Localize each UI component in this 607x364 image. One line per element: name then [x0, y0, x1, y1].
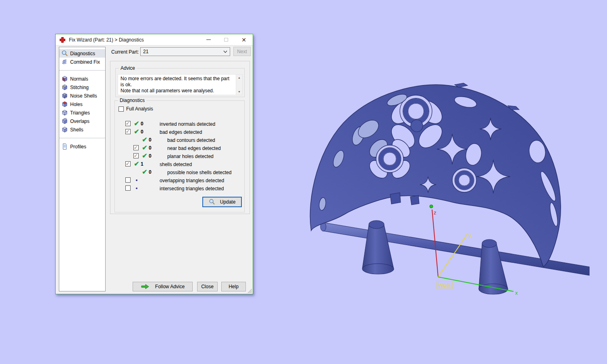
app-cross-icon — [59, 37, 66, 43]
diagnostics-group-label: Diagnostics — [118, 98, 146, 103]
sidebar-item-label: Triangles — [70, 110, 90, 116]
current-part-combobox[interactable]: 21 — [140, 47, 230, 56]
diagnostic-row: ✔ 0 possible noise shells detected — [115, 168, 244, 177]
sidebar-separator — [59, 138, 105, 138]
model-cone-foot-2 — [479, 239, 508, 294]
magnifier-icon — [61, 50, 68, 57]
chevron-down-icon — [223, 50, 227, 53]
sidebar-item-label: Diagnostics — [70, 51, 95, 56]
wcs-label: WCS — [439, 282, 451, 288]
row-checkbox[interactable] — [125, 177, 131, 183]
check-icon: ✔ — [141, 168, 149, 176]
minimize-button[interactable] — [200, 34, 217, 46]
follow-advice-button[interactable]: Follow Advice — [133, 282, 193, 291]
check-icon: ✔ — [133, 120, 141, 127]
axis-y-label: y — [469, 232, 472, 238]
maximize-icon — [224, 38, 228, 42]
minimize-icon — [206, 40, 211, 40]
dot-icon: ● — [133, 185, 141, 192]
check-icon: ✔ — [141, 136, 149, 144]
stitching-cube-icon — [61, 84, 68, 91]
advice-group-label: Advice — [119, 65, 137, 71]
sidebar-item-overlaps[interactable]: Overlaps — [59, 117, 105, 125]
row-checkbox[interactable] — [133, 153, 139, 158]
sidebar-item-combined-fix[interactable]: Combined Fix — [59, 58, 105, 66]
update-button[interactable]: Update — [202, 197, 242, 207]
dot-icon: ● — [133, 177, 141, 184]
diagnostic-row: ✔ 0 inverted normals detected — [115, 120, 244, 128]
axis-x-label: x — [515, 290, 518, 296]
sidebar-item-diagnostics[interactable]: Diagnostics — [59, 49, 105, 58]
profiles-document-icon — [61, 143, 68, 150]
close-button[interactable]: ✕ — [235, 34, 253, 46]
diagnostic-row: ✔ 0 near bad edges detected — [115, 144, 244, 152]
sidebar-item-label: Combined Fix — [70, 59, 100, 65]
sidebar-item-noise-shells[interactable]: Noise Shells — [59, 92, 105, 100]
sidebar-item-shells[interactable]: Shells — [59, 125, 105, 134]
diagnostic-row: ● intersecting triangles detected — [115, 185, 244, 193]
sidebar-item-label: Profiles — [70, 144, 86, 150]
close-icon: ✕ — [241, 37, 246, 43]
normals-cube-icon — [61, 75, 68, 82]
sidebar-item-label: Overlaps — [70, 119, 89, 124]
check-icon: ✔ — [141, 152, 149, 160]
check-icon: ✔ — [141, 144, 149, 152]
advice-scrollbar[interactable]: ▲ ▼ — [236, 75, 242, 95]
triangles-cube-icon — [61, 109, 68, 116]
diagnostic-row: ✔ 0 bad contours detected — [115, 136, 244, 144]
advice-textarea[interactable]: No more errors are detected. It seems th… — [118, 74, 243, 95]
check-icon: ✔ — [133, 160, 141, 168]
sidebar: Diagnostics Combined Fix Normals — [59, 47, 106, 291]
help-button[interactable]: Help — [221, 282, 246, 291]
update-label: Update — [220, 199, 236, 205]
next-button[interactable]: Next — [233, 47, 251, 56]
sidebar-item-profiles[interactable]: Profiles — [59, 142, 105, 151]
current-part-label: Current Part: — [111, 49, 139, 55]
follow-advice-label: Follow Advice — [155, 284, 185, 289]
close-dialog-button[interactable]: Close — [197, 282, 218, 291]
scroll-down-icon[interactable]: ▼ — [236, 89, 242, 95]
row-checkbox[interactable] — [125, 161, 131, 166]
sidebar-item-label: Holes — [70, 102, 83, 107]
sidebar-separator — [59, 70, 105, 71]
noise-shells-cube-icon — [61, 92, 68, 99]
advice-text: No more errors are detected. It seems th… — [118, 75, 236, 95]
green-arrow-icon — [141, 284, 150, 289]
sidebar-item-label: Shells — [70, 127, 83, 133]
full-analysis-label: Full Analysis — [126, 106, 153, 112]
sidebar-item-label: Stitching — [70, 85, 89, 90]
overlaps-cube-icon — [61, 118, 68, 125]
sidebar-item-triangles[interactable]: Triangles — [59, 108, 105, 117]
sidebar-item-label: Normals — [70, 76, 88, 82]
diagnostics-group: Diagnostics Full Analysis ✔ 0 inverted n… — [114, 100, 245, 212]
current-part-value: 21 — [143, 49, 223, 54]
full-analysis-checkbox[interactable] — [118, 106, 124, 112]
titlebar[interactable]: Fix Wizard (Part: 21) > Diagnostics ✕ — [56, 34, 253, 46]
diagnostic-row: ✔ 0 bad edges detected — [115, 128, 244, 136]
window-title: Fix Wizard (Part: 21) > Diagnostics — [69, 37, 200, 43]
axis-z-label: z — [434, 210, 437, 216]
combined-fix-icon — [61, 58, 68, 65]
row-checkbox[interactable] — [125, 129, 131, 134]
shells-cube-icon — [61, 126, 68, 133]
resize-grip[interactable] — [247, 288, 252, 293]
diagnostic-row: ● overlapping triangles detected — [115, 177, 244, 185]
diagnostics-rows: ✔ 0 inverted normals detected ✔ 0 bad ed… — [115, 120, 244, 193]
maximize-button[interactable] — [217, 34, 235, 46]
origin-point — [430, 205, 433, 208]
sidebar-item-holes[interactable]: Holes — [59, 100, 105, 108]
check-icon: ✔ — [133, 128, 141, 135]
sidebar-item-normals[interactable]: Normals — [59, 75, 105, 83]
scroll-up-icon[interactable]: ▲ — [236, 75, 242, 81]
row-checkbox[interactable] — [133, 145, 139, 150]
3d-model-viewport[interactable]: z y x WCS — [307, 81, 597, 300]
advice-group: Advice No more errors are detected. It s… — [115, 68, 245, 97]
diagnostic-row: ✔ 0 planar holes detected — [115, 152, 244, 160]
sidebar-item-stitching[interactable]: Stitching — [59, 83, 105, 92]
row-checkbox[interactable] — [125, 121, 131, 126]
row-checkbox[interactable] — [125, 185, 131, 191]
update-magnifier-icon — [209, 199, 215, 205]
model-cone-foot-1 — [362, 220, 394, 274]
sidebar-item-label: Noise Shells — [70, 93, 97, 99]
holes-cube-icon — [61, 101, 68, 108]
